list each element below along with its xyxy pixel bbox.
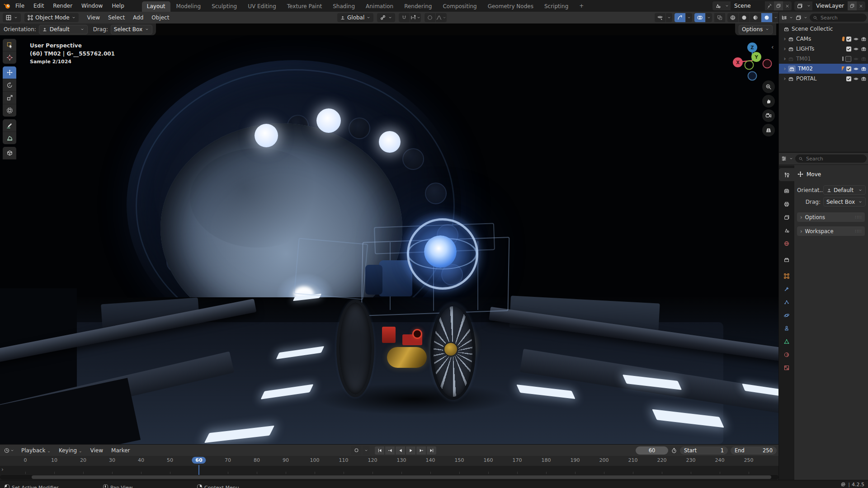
viewlayer-name-field[interactable]: ViewLayer [812,1,848,10]
timeline-menu-marker[interactable]: Marker [107,447,134,454]
pin-icon[interactable] [765,1,774,10]
editor-type-button[interactable] [3,13,21,22]
drag-grip-icon[interactable]: ∷∷ [855,229,862,234]
expand-chevron-icon[interactable]: › [782,56,788,62]
tab-sculpting[interactable]: Sculpting [207,1,242,12]
add-cube-tool[interactable] [3,147,16,160]
play-reverse-button[interactable] [396,446,405,455]
display-mode-icon[interactable] [795,14,802,21]
menu-help[interactable]: Help [107,3,128,9]
exclude-checkbox[interactable] [845,56,851,62]
properties-tab-collection[interactable] [779,253,794,266]
expand-chevron-icon[interactable]: › [782,36,788,42]
hide-eye-icon[interactable] [853,76,859,82]
properties-editor-icon[interactable] [781,155,787,162]
add-workspace-button[interactable]: + [574,1,589,11]
viewport-canvas[interactable]: User Perspective (60) TM02 | G-__555762.… [0,35,778,444]
close-icon[interactable] [857,1,865,10]
outliner-search[interactable] [810,14,867,22]
pan-button[interactable] [762,95,775,108]
snap-target-dropdown[interactable] [410,13,421,22]
orientation-dropdown[interactable]: Global [337,13,373,22]
zoom-button[interactable] [762,80,775,93]
playhead-line[interactable] [198,465,199,475]
duplicate-viewlayer-icon[interactable] [848,1,857,10]
snap-toggle[interactable] [399,13,410,22]
properties-tab-render[interactable] [779,184,794,197]
transform-tool[interactable] [3,104,16,117]
outliner-editor-icon[interactable] [781,14,787,21]
outliner-search-input[interactable] [820,14,853,21]
orientation-prop-dropdown[interactable]: Default [823,185,866,195]
options-panel[interactable]: ›Options ∷∷ [797,212,865,222]
hide-eye-icon[interactable] [853,66,859,72]
orthographic-button[interactable] [762,124,775,136]
cursor-tool[interactable] [3,52,16,64]
menu-file[interactable]: File [11,3,29,9]
tab-scripting[interactable]: Scripting [539,1,573,12]
viewport-menu-add[interactable]: Add [129,14,147,21]
outliner-item-tm02[interactable]: ›TM02 [779,64,868,74]
outliner-root-row[interactable]: Scene Collectic [779,24,868,34]
outliner-item-tm01[interactable]: ›TM01 [779,54,868,64]
move-tool[interactable] [3,66,16,79]
chevron-down-icon[interactable] [722,4,731,8]
measure-tool[interactable] [3,132,16,144]
sidebar-collapse-arrow[interactable]: ‹ [771,43,774,51]
annotate-tool[interactable] [3,119,16,132]
overlays-dropdown[interactable] [706,13,712,22]
overlays-toggle[interactable] [694,13,705,22]
viewlayer-icon[interactable] [794,3,804,9]
properties-tab-constraints[interactable] [779,322,794,335]
exclude-checkbox[interactable] [846,76,851,81]
outliner-item-portal[interactable]: ›PORTAL [779,74,868,84]
disable-render-icon[interactable] [861,46,867,52]
tab-uv-editing[interactable]: UV Editing [243,1,281,12]
gizmos-dropdown[interactable] [686,13,692,22]
jump-to-end-button[interactable] [427,446,436,455]
workspace-panel[interactable]: ›Workspace ∷∷ [797,226,865,236]
properties-tab-output[interactable] [779,197,794,211]
visibility-dropdown[interactable] [666,13,672,22]
select-box-tool[interactable] [3,39,16,52]
scrollbar-handle[interactable] [32,475,771,479]
stopwatch-icon[interactable] [671,447,677,454]
scale-tool[interactable] [3,92,16,104]
viewport-menu-object[interactable]: Object [147,14,173,21]
chevron-down-icon[interactable] [789,15,793,20]
disable-render-icon[interactable] [861,36,867,42]
timeline-menu-keying[interactable]: Keying ⌄ [55,447,86,454]
properties-tab-data[interactable] [779,335,794,348]
disable-render-icon[interactable] [861,66,867,72]
menu-render[interactable]: Render [48,3,77,9]
chevron-down-icon[interactable] [804,4,812,8]
properties-tab-physics[interactable] [779,309,794,322]
disable-render-icon[interactable] [861,76,867,82]
blender-logo-icon[interactable] [4,2,11,9]
expand-chevron-icon[interactable]: › [782,75,788,82]
properties-tab-texture[interactable] [779,361,794,374]
close-icon[interactable] [783,1,792,10]
outliner-item-cams[interactable]: ›CAMs [779,34,868,44]
shading-wireframe-button[interactable] [727,13,738,22]
hide-eye-icon[interactable] [853,56,859,62]
falloff-dropdown[interactable] [436,13,447,22]
tab-texture-paint[interactable]: Texture Paint [282,1,327,12]
jump-to-start-button[interactable] [375,446,384,455]
exclude-checkbox[interactable] [846,37,851,42]
exclude-checkbox[interactable] [846,47,851,52]
options-dropdown[interactable]: Options [739,25,773,34]
properties-tab-world[interactable] [779,237,794,250]
timeline-ruler[interactable]: 0102030405060708090100110120130140150160… [0,456,778,466]
timeline-editor-icon[interactable] [4,447,10,454]
drag-setting-dropdown[interactable]: Select Box [111,25,152,34]
playhead-frame-badge[interactable]: 60 [192,457,206,464]
tab-shading[interactable]: Shading [328,1,360,12]
shading-material-button[interactable] [750,13,761,22]
prev-keyframe-button[interactable] [385,446,395,455]
properties-tab-view-layer[interactable] [779,211,794,224]
scene-icon[interactable] [712,3,722,9]
timeline-menu-playback[interactable]: Playback ⌄ [17,447,55,454]
properties-tab-tool[interactable] [779,168,794,181]
shading-solid-button[interactable] [739,13,750,22]
